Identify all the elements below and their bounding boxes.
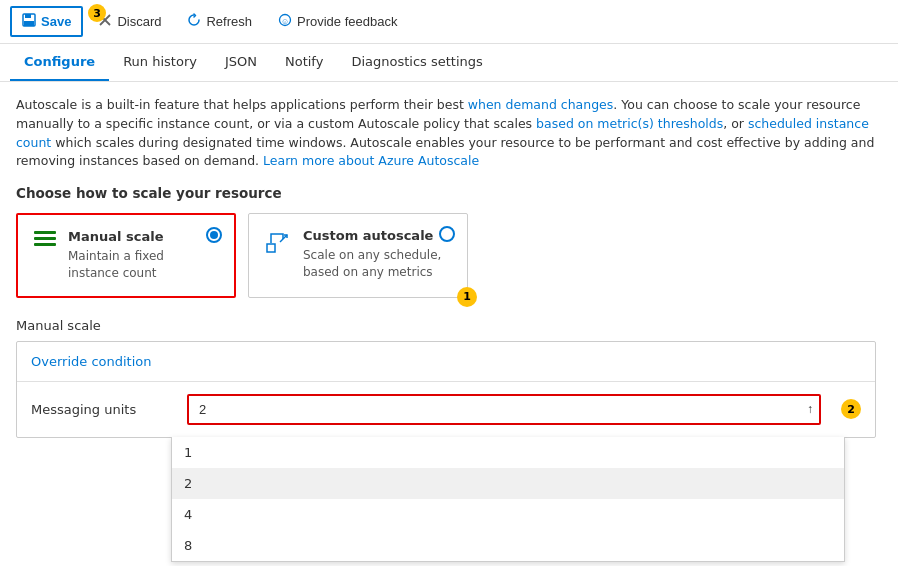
messaging-units-select[interactable]: 1 2 4 8: [187, 394, 821, 425]
description-text: Autoscale is a built-in feature that hel…: [16, 96, 876, 171]
refresh-button[interactable]: Refresh: [176, 7, 263, 36]
refresh-icon: [187, 13, 201, 30]
discard-label: Discard: [117, 14, 161, 29]
learn-more-link[interactable]: Learn more about Azure Autoscale: [263, 153, 479, 168]
override-condition: Override condition: [17, 342, 875, 382]
dropdown-item-4[interactable]: 4: [172, 499, 844, 530]
manual-scale-desc: Maintain a fixed instance count: [68, 248, 218, 282]
custom-autoscale-desc: Scale on any schedule, based on any metr…: [303, 247, 451, 281]
manual-scale-section-label: Manual scale: [16, 318, 882, 333]
scale-section-title: Choose how to scale your resource: [16, 185, 882, 201]
manual-scale-section: Manual scale Override condition Messagin…: [16, 318, 882, 438]
save-button[interactable]: Save: [10, 6, 83, 37]
manual-scale-icon: [34, 231, 56, 246]
scale-badge-1: 1: [457, 287, 477, 307]
tab-diagnostics[interactable]: Diagnostics settings: [337, 44, 496, 81]
main-content: Autoscale is a built-in feature that hel…: [0, 82, 898, 452]
tab-run-history[interactable]: Run history: [109, 44, 211, 81]
tab-bar: Configure Run history JSON Notify Diagno…: [0, 44, 898, 82]
svg-text:☺: ☺: [281, 17, 289, 26]
custom-autoscale-title: Custom autoscale: [303, 228, 451, 243]
messaging-units-row: Messaging units 1 2 4 8 ↑ 2: [17, 382, 875, 437]
messaging-units-select-wrapper: 1 2 4 8 ↑: [187, 394, 821, 425]
svg-rect-7: [267, 244, 275, 252]
toolbar: Save 3 Discard Refresh ☺ Provide feedba: [0, 0, 898, 44]
refresh-label: Refresh: [206, 14, 252, 29]
manual-scale-content: Manual scale Maintain a fixed instance c…: [68, 229, 218, 282]
tab-configure[interactable]: Configure: [10, 44, 109, 81]
manual-scale-radio[interactable]: [206, 227, 222, 243]
svg-rect-1: [25, 14, 31, 18]
messaging-units-badge: 2: [841, 399, 861, 419]
save-icon: [22, 13, 36, 30]
scale-options: Manual scale Maintain a fixed instance c…: [16, 213, 882, 298]
dropdown-item-1[interactable]: 1: [172, 437, 844, 468]
messaging-units-label: Messaging units: [31, 402, 171, 417]
dropdown-item-8[interactable]: 8: [172, 530, 844, 561]
feedback-icon: ☺: [278, 13, 292, 30]
tab-notify[interactable]: Notify: [271, 44, 337, 81]
manual-scale-title: Manual scale: [68, 229, 218, 244]
svg-rect-2: [24, 21, 34, 26]
dropdown-item-2[interactable]: 2: [172, 468, 844, 499]
save-badge: 3: [88, 4, 106, 22]
feedback-label: Provide feedback: [297, 14, 397, 29]
manual-scale-box: Override condition Messaging units 1 2 4…: [16, 341, 876, 438]
tab-json[interactable]: JSON: [211, 44, 271, 81]
custom-autoscale-card[interactable]: Custom autoscale Scale on any schedule, …: [248, 213, 468, 298]
custom-autoscale-icon: [265, 230, 291, 262]
save-label: Save: [41, 14, 71, 29]
manual-scale-card[interactable]: Manual scale Maintain a fixed instance c…: [16, 213, 236, 298]
custom-autoscale-radio[interactable]: [439, 226, 455, 242]
custom-autoscale-content: Custom autoscale Scale on any schedule, …: [303, 228, 451, 281]
dropdown-list: 1 2 4 8: [171, 437, 845, 562]
feedback-button[interactable]: ☺ Provide feedback: [267, 7, 408, 36]
chevron-up-icon[interactable]: ↑: [807, 402, 813, 416]
